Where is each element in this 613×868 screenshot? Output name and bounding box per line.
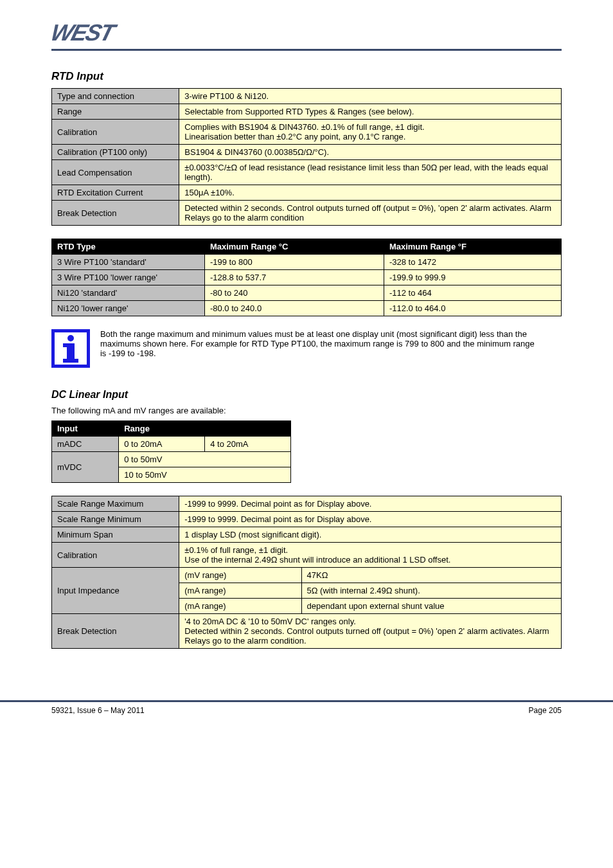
table-row: CalibrationComplies with BS1904 & DIN437… [52, 120, 562, 145]
cell-sublabel: (mA range) [179, 599, 301, 614]
section-heading-rtd: RTD Input [51, 70, 562, 83]
brand-logo: WEST [48, 19, 116, 46]
rtd-spec-table: Type and connection3-wire PT100 & Ni120.… [51, 88, 562, 226]
table-row: Lead Compensation±0.0033°C/±Ω of lead re… [52, 160, 562, 185]
dc-spec-table: Scale Range Maximum-1999 to 9999. Decima… [51, 496, 562, 649]
cell-label: 3 Wire PT100 'lower range' [52, 270, 205, 285]
cell-label: Minimum Span [52, 527, 179, 543]
table-row: Ni120 'standard'-80 to 240-112 to 464 [52, 285, 562, 301]
cell-label: Input Impedance [52, 568, 179, 614]
cell-label: Scale Range Maximum [52, 496, 179, 512]
table-row: Break DetectionDetected within 2 seconds… [52, 201, 562, 226]
section-heading-dc: DC Linear Input [51, 389, 562, 401]
cell-label: Calibration [52, 543, 179, 568]
col-header: Maximum Range °C [204, 239, 384, 255]
table-row: Minimum Span1 display LSD (most signific… [52, 527, 562, 543]
cell-value: -199 to 800 [204, 255, 384, 270]
cell-value: Complies with BS1904 & DIN43760. ±0.1% o… [179, 120, 562, 145]
info-text: Both the range maximum and minimum value… [100, 329, 537, 358]
cell-label: Break Detection [52, 201, 179, 226]
table-row: Scale Range Minimum-1999 to 9999. Decima… [52, 512, 562, 527]
cell-label: Scale Range Minimum [52, 512, 179, 527]
cell-value: 0 to 20mA [119, 437, 205, 452]
page-footer: 59321, Issue 6 – May 2011 Page 205 [0, 702, 613, 728]
cell-label: Lead Compensation [52, 160, 179, 185]
info-note: Both the range maximum and minimum value… [51, 329, 562, 370]
cell-label: Calibration (PT100 only) [52, 145, 179, 160]
footer-right: Page 205 [529, 706, 562, 715]
cell-label: 3 Wire PT100 'standard' [52, 255, 205, 270]
cell-value: Detected within 2 seconds. Control outpu… [179, 201, 562, 226]
cell-value: -128.8 to 537.7 [204, 270, 384, 285]
footer-left: 59321, Issue 6 – May 2011 [51, 706, 145, 715]
svg-rect-4 [63, 359, 78, 363]
svg-rect-3 [63, 343, 71, 347]
cell-value: -1999 to 9999. Decimal point as for Disp… [179, 496, 562, 512]
cell-label: mADC [52, 437, 119, 452]
cell-value: -80.0 to 240.0 [204, 301, 384, 316]
cell-label: Ni120 'lower range' [52, 301, 205, 316]
table-row: Ni120 'lower range'-80.0 to 240.0-112.0 … [52, 301, 562, 316]
col-header: RTD Type [52, 239, 205, 255]
cell-label: Range [52, 104, 179, 120]
cell-label: Calibration [52, 120, 179, 145]
svg-point-1 [67, 335, 74, 341]
cell-value: 1 display LSD (most significant digit). [179, 527, 562, 543]
table-row: RangeSelectable from Supported RTD Types… [52, 104, 562, 120]
cell-value: 0 to 50mV [119, 452, 291, 467]
cell-value: ±0.1% of full range, ±1 digit. Use of th… [179, 543, 562, 568]
table-row: 3 Wire PT100 'lower range'-128.8 to 537.… [52, 270, 562, 285]
cell-label: Break Detection [52, 614, 179, 649]
cell-sublabel: (mV range) [179, 568, 301, 583]
cell-value: 4 to 20mA [205, 437, 291, 452]
cell-label: Type and connection [52, 89, 179, 104]
cell-label: RTD Excitation Current [52, 185, 179, 201]
cell-label: mVDC [52, 452, 119, 483]
cell-value: -112.0 to 464.0 [384, 301, 561, 316]
cell-value: -199.9 to 999.9 [384, 270, 561, 285]
cell-value: '4 to 20mA DC & '10 to 50mV DC' ranges o… [179, 614, 562, 649]
table-row: Type and connection3-wire PT100 & Ni120. [52, 89, 562, 104]
cell-value: 3-wire PT100 & Ni120. [179, 89, 562, 104]
cell-value: -328 to 1472 [384, 255, 561, 270]
cell-sublabel: (mA range) [179, 583, 301, 599]
table-row: Calibration (PT100 only)BS1904 & DIN4376… [52, 145, 562, 160]
cell-value: 47KΩ [301, 568, 561, 583]
header-rule [51, 49, 562, 51]
table-row: mVDC 0 to 50mV [52, 452, 291, 467]
cell-value: dependant upon external shunt value [301, 599, 561, 614]
table-row: Break Detection'4 to 20mA DC & '10 to 50… [52, 614, 562, 649]
col-header: Maximum Range °F [384, 239, 561, 255]
cell-value: BS1904 & DIN43760 (0.00385Ω/Ω/°C). [179, 145, 562, 160]
pre-table-text: The following mA and mV ranges are avail… [51, 406, 562, 415]
cell-value: -80 to 240 [204, 285, 384, 301]
cell-value: 10 to 50mV [119, 467, 291, 483]
cell-value: ±0.0033°C/±Ω of lead resistance (lead re… [179, 160, 562, 185]
cell-value: 5Ω (with internal 2.49Ω shunt). [301, 583, 561, 599]
cell-value: -1999 to 9999. Decimal point as for Disp… [179, 512, 562, 527]
table-header-row: Input Range [52, 421, 291, 437]
table-row: 3 Wire PT100 'standard'-199 to 800-328 t… [52, 255, 562, 270]
table-header-row: RTD Type Maximum Range °C Maximum Range … [52, 239, 562, 255]
table-row: Input Impedance(mV range)47KΩ [52, 568, 562, 583]
col-header: Range [119, 421, 291, 437]
dc-range-table: Input Range mADC 0 to 20mA 4 to 20mA mVD… [51, 420, 291, 483]
rtd-types-table: RTD Type Maximum Range °C Maximum Range … [51, 239, 562, 316]
table-row: Calibration±0.1% of full range, ±1 digit… [52, 543, 562, 568]
table-row: Scale Range Maximum-1999 to 9999. Decima… [52, 496, 562, 512]
cell-label: Ni120 'standard' [52, 285, 205, 301]
info-icon [51, 329, 90, 370]
cell-value: Selectable from Supported RTD Types & Ra… [179, 104, 562, 120]
cell-value: -112 to 464 [384, 285, 561, 301]
table-row: RTD Excitation Current150μA ±10%. [52, 185, 562, 201]
table-row: mADC 0 to 20mA 4 to 20mA [52, 437, 291, 452]
col-header: Input [52, 421, 119, 437]
cell-value: 150μA ±10%. [179, 185, 562, 201]
